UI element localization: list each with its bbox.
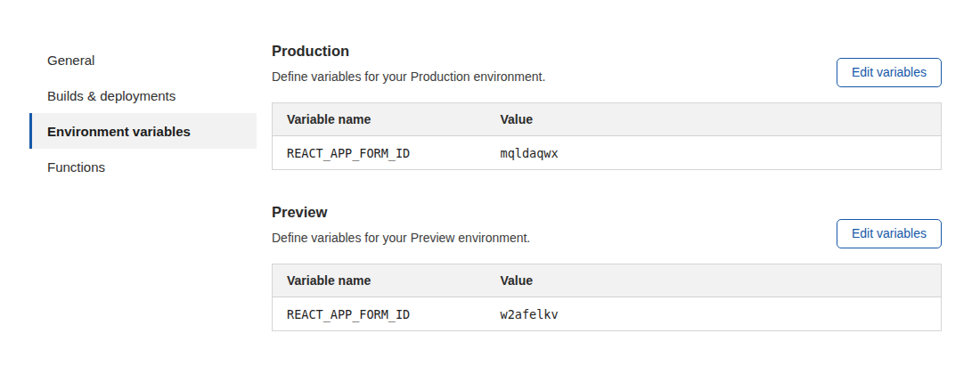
- preview-title: Preview: [272, 203, 942, 221]
- preview-variables-table: Variable name Value REACT_APP_FORM_ID w2…: [272, 264, 942, 331]
- preview-edit-variables-button[interactable]: Edit variables: [837, 219, 942, 248]
- production-variables-table: Variable name Value REACT_APP_FORM_ID mq…: [272, 102, 942, 170]
- settings-page: General Builds & deployments Environment…: [0, 0, 980, 374]
- production-edit-variables-button[interactable]: Edit variables: [837, 58, 942, 87]
- variable-value-cell: w2afelkv: [486, 297, 942, 331]
- sidebar-item-general[interactable]: General: [29, 42, 257, 77]
- settings-sidebar: General Builds & deployments Environment…: [29, 42, 257, 184]
- table-row: REACT_APP_FORM_ID w2afelkv: [273, 297, 942, 331]
- table-row: REACT_APP_FORM_ID mqldaqwx: [273, 136, 942, 170]
- sidebar-item-builds-deployments[interactable]: Builds & deployments: [29, 77, 257, 113]
- variable-name-cell: REACT_APP_FORM_ID: [273, 136, 486, 170]
- production-section: Production Define variables for your Pro…: [272, 42, 942, 170]
- sidebar-item-label: Functions: [47, 159, 105, 175]
- sidebar-item-environment-variables[interactable]: Environment variables: [29, 113, 257, 149]
- preview-section: Preview Define variables for your Previe…: [272, 203, 942, 331]
- variable-name-column-header: Variable name: [273, 264, 486, 297]
- table-header-row: Variable name Value: [273, 264, 942, 297]
- environment-variables-panel: Production Define variables for your Pro…: [272, 42, 942, 331]
- sidebar-item-label: Builds & deployments: [47, 88, 176, 103]
- production-title: Production: [272, 42, 942, 60]
- variable-value-cell: mqldaqwx: [486, 136, 942, 170]
- variable-name-cell: REACT_APP_FORM_ID: [273, 297, 486, 331]
- variable-name-column-header: Variable name: [273, 103, 486, 136]
- value-column-header: Value: [486, 264, 942, 297]
- value-column-header: Value: [486, 103, 942, 136]
- sidebar-item-label: Environment variables: [47, 124, 191, 139]
- sidebar-item-functions[interactable]: Functions: [29, 149, 257, 184]
- sidebar-item-label: General: [47, 53, 94, 68]
- table-header-row: Variable name Value: [273, 103, 942, 136]
